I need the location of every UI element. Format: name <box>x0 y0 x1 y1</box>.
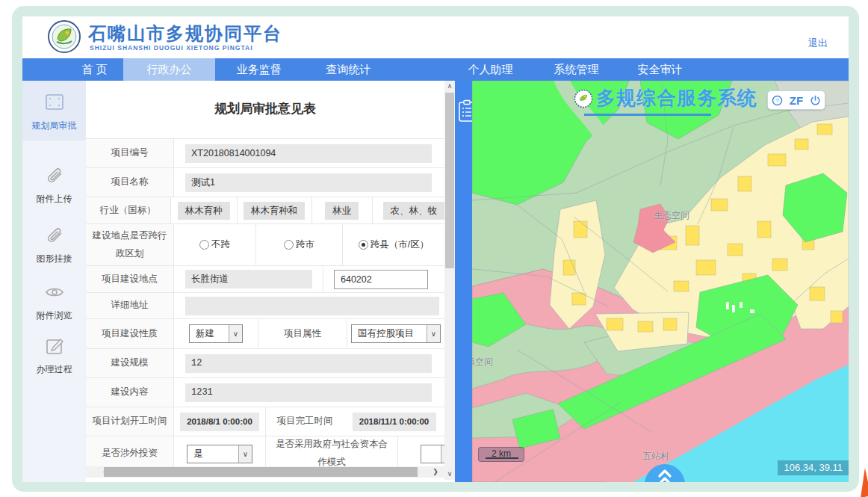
industry-option-button[interactable]: 林木育种 <box>178 202 230 220</box>
project-no-input[interactable]: XT20180814001094 <box>185 144 432 163</box>
sidebar-item-attachment-upload[interactable]: 附件上传 <box>22 164 86 206</box>
sidebar-item-label: 规划局审批 <box>32 120 77 131</box>
corner-ornament <box>855 468 868 497</box>
nav-tab-query-stats[interactable]: 查询统计 <box>303 58 394 81</box>
scroll-right-arrow[interactable]: ❯ <box>430 466 441 478</box>
sidebar-item-label: 附件浏览 <box>37 310 72 321</box>
vertical-scrollbar[interactable]: ∧ ∨ <box>444 81 455 480</box>
sidebar-item-label: 办理过程 <box>37 364 72 374</box>
power-icon[interactable] <box>810 95 821 106</box>
row-project-name: 项目名称 测试1 <box>86 168 444 197</box>
nav-tab-system-mgmt[interactable]: 系统管理 <box>530 58 622 81</box>
build-content-input[interactable]: 1231 <box>185 383 432 402</box>
site-title: 石嘴山市多规协同平台 <box>88 22 282 46</box>
svg-text:?: ? <box>775 97 779 104</box>
help-icon[interactable]: ? <box>772 95 783 106</box>
page: 石嘴山市多规协同平台 SHIZUI SHANSHI DUOGUI XIETONG… <box>0 0 868 497</box>
ppp-select[interactable]: ∨ <box>421 445 444 463</box>
row-nature: 项目建设性质 新建∨ 项目属性 国有控股项目∨ <box>86 319 444 349</box>
map-system-title: 多规综合服务系统 <box>596 85 757 111</box>
form-window-icon <box>43 91 66 114</box>
map-system-logo <box>574 89 593 108</box>
field-label: 项目建设性质 <box>86 319 174 348</box>
radio-no-span[interactable]: 不跨 <box>199 238 230 251</box>
approval-form-pane: 规划局审批意见表 项目编号 XT20180814001094 项目名称 测试1 … <box>86 81 444 482</box>
build-scale-input[interactable]: 12 <box>185 354 432 373</box>
scroll-up-arrow[interactable]: ∧ <box>444 81 455 92</box>
attribute-label: 项目属性 <box>258 325 347 343</box>
radio-dot <box>359 240 368 250</box>
logout-link[interactable]: 退出 <box>808 37 828 50</box>
industry-option-button[interactable]: 农、林、牧 <box>383 202 445 220</box>
scroll-down-arrow[interactable]: ∨ <box>444 469 455 480</box>
address-input[interactable] <box>185 297 439 315</box>
project-name-input[interactable]: 测试1 <box>185 173 432 192</box>
chevron-down-icon: ∨ <box>229 325 242 342</box>
field-label: 项目编号 <box>86 139 174 167</box>
finish-time-label: 项目完工时间 <box>266 413 344 430</box>
sidebar: 规划局审批 附件上传 图形挂接 附件浏览 <box>22 81 86 482</box>
radio-cross-city[interactable]: 跨市 <box>284 238 314 251</box>
field-label: 项目建设地点 <box>86 266 174 292</box>
double-chevron-up-icon <box>645 464 685 482</box>
nature-select[interactable]: 新建∨ <box>189 324 243 343</box>
nav-tab-admin-office[interactable]: 行政办公 <box>123 58 215 81</box>
eye-icon <box>43 281 66 303</box>
industry-option-button[interactable]: 林业 <box>325 202 359 220</box>
map-viewport[interactable]: 生态空间 镇空间 五站村 多规综合服务系统 ? ZF <box>472 81 849 482</box>
map-label-town-space: 镇空间 <box>472 356 493 368</box>
map-label-village: 五站村 <box>642 450 669 463</box>
form-title: 规划局审批意见表 <box>86 100 444 117</box>
map-label-eco-space: 生态空间 <box>654 209 689 222</box>
sidebar-item-label: 附件上传 <box>37 194 72 204</box>
expand-up-button[interactable] <box>645 464 685 482</box>
field-label: 行业（国标） <box>86 197 171 223</box>
finish-time-input[interactable]: 2018/11/1 0:00:00 <box>353 413 436 431</box>
row-region-span: 建设地点是否跨行政区划 不跨 跨市 跨县（市/区） <box>86 224 444 266</box>
attribute-select[interactable]: 国有控股项目∨ <box>351 324 441 343</box>
radio-cross-county[interactable]: 跨县（市/区） <box>359 238 429 251</box>
map-toggle-strip[interactable] <box>455 81 472 482</box>
field-label: 建设规模 <box>86 349 174 377</box>
chevron-down-icon: ∨ <box>238 445 252 463</box>
field-label: 项目名称 <box>86 168 174 197</box>
app-window: 石嘴山市多规协同平台 SHIZUI SHANSHI DUOGUI XIETONG… <box>22 16 849 482</box>
radio-label: 不跨 <box>211 238 230 251</box>
row-build-scale: 建设规模 12 <box>86 349 444 378</box>
select-value <box>421 445 441 463</box>
paperclip-icon <box>43 164 66 187</box>
chevron-down-icon: ∨ <box>427 325 440 342</box>
coordinate-readout: 106.34, 39.11 <box>778 460 849 475</box>
form-table: 项目编号 XT20180814001094 项目名称 测试1 行业（国标） 林木… <box>86 138 444 471</box>
field-label: 建设内容 <box>86 378 174 407</box>
area-code-input[interactable]: 640202 <box>334 270 428 289</box>
nav-tab-personal-assistant[interactable]: 个人助理 <box>444 58 536 81</box>
scrollbar-thumb[interactable] <box>445 93 454 268</box>
zf-button[interactable]: ZF <box>790 94 803 107</box>
foreign-invest-select[interactable]: 是∨ <box>187 445 252 463</box>
select-value: 国有控股项目 <box>352 325 427 342</box>
header: 石嘴山市多规协同平台 SHIZUI SHANSHI DUOGUI XIETONG… <box>22 16 849 58</box>
industry-option-button[interactable]: 林木育种和 <box>244 202 306 220</box>
sidebar-item-planning-approval[interactable]: 规划局审批 <box>22 81 86 141</box>
map-scale-bar: 2 km <box>478 447 524 462</box>
edit-icon <box>43 335 66 357</box>
paperclip-icon <box>43 224 66 247</box>
radio-dot <box>284 240 294 250</box>
radio-label: 跨县（市/区） <box>371 238 429 251</box>
row-location: 项目建设地点 长胜街道 640202 <box>86 266 444 293</box>
sidebar-item-label: 图形挂接 <box>37 253 72 264</box>
scrollbar-thumb[interactable] <box>104 467 418 477</box>
nav-tab-business-supervision[interactable]: 业务监督 <box>213 58 305 81</box>
sidebar-item-graphic-link[interactable]: 图形挂接 <box>22 224 86 265</box>
sidebar-item-attachment-view[interactable]: 附件浏览 <box>22 281 86 322</box>
land-use-layer <box>472 81 849 482</box>
select-value: 是 <box>187 445 238 463</box>
horizontal-scrollbar[interactable]: ❮ ❯ <box>86 466 444 478</box>
street-input[interactable]: 长胜街道 <box>185 270 312 288</box>
field-label: 详细地址 <box>86 293 174 318</box>
sidebar-item-process[interactable]: 办理过程 <box>22 335 86 376</box>
title-underline <box>584 114 711 116</box>
start-time-input[interactable]: 2018/8/1 0:00:00 <box>180 413 259 431</box>
nav-tab-security-audit[interactable]: 安全审计 <box>614 58 706 81</box>
